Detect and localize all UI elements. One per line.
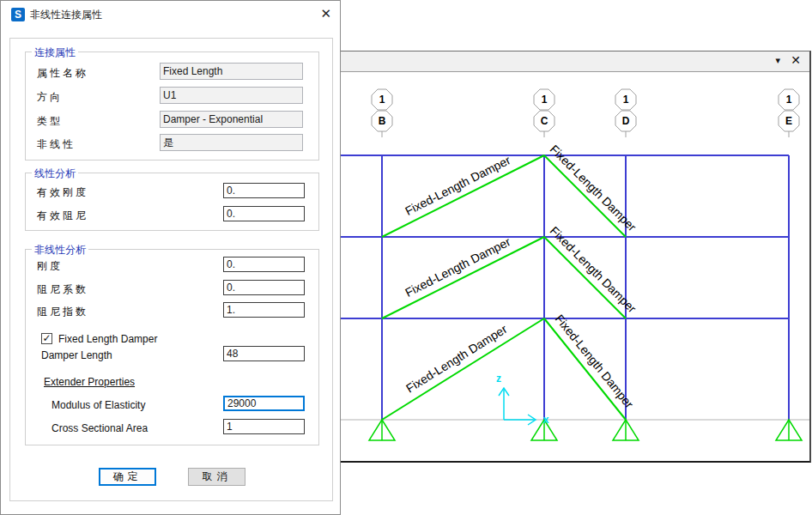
cross-sectional-area-label: Cross Sectional Area xyxy=(52,422,148,434)
damper-length-label: Damper Length xyxy=(41,349,112,361)
structural-model-drawing: Fixed-Length Damper Fixed-Length Damper … xyxy=(338,72,809,461)
direction-field[interactable] xyxy=(160,87,303,104)
model-window: ▾ ✕ xyxy=(337,51,811,463)
effective-stiffness-input[interactable] xyxy=(223,183,305,198)
direction-label: 方向 xyxy=(37,90,63,105)
model-window-titlebar[interactable]: ▾ ✕ xyxy=(338,52,809,72)
damping-exponent-label: 阻尼指数 xyxy=(37,305,88,319)
group-title: 非线性分析 xyxy=(32,243,88,258)
model-view-canvas[interactable]: Fixed-Length Damper Fixed-Length Damper … xyxy=(338,72,809,461)
grid-number-label: 1 xyxy=(379,94,385,106)
damper-label: Fixed-Length Damper xyxy=(553,312,637,411)
grid-number-label: 1 xyxy=(623,94,629,106)
damper-label: Fixed-Length Damper xyxy=(403,153,512,218)
application-background: ▾ ✕ xyxy=(0,0,812,515)
effective-damping-input[interactable] xyxy=(223,206,305,221)
grid-bubbles: 1 B 1 C 1 D 1 xyxy=(372,89,799,137)
damper-label: Fixed-Length Damper xyxy=(403,234,512,300)
nonlinear-field[interactable] xyxy=(160,134,303,151)
damper-label: Fixed-Length Damper xyxy=(403,322,510,395)
cross-sectional-area-input[interactable] xyxy=(223,419,305,434)
type-label: 类型 xyxy=(37,114,63,129)
grid-letter-label: C xyxy=(541,115,548,127)
modulus-of-elasticity-label: Modulus of Elasticity xyxy=(52,399,145,411)
grid-number-label: 1 xyxy=(786,94,792,106)
property-name-label: 属性名称 xyxy=(37,66,88,81)
grid-number-label: 1 xyxy=(542,94,548,106)
z-axis-label: z xyxy=(496,373,501,385)
damper-labels: Fixed-Length Damper Fixed-Length Damper … xyxy=(403,142,639,410)
x-axis-label: x xyxy=(543,414,549,426)
damping-exponent-input[interactable] xyxy=(223,302,305,318)
nonlinear-label: 非线性 xyxy=(37,137,76,152)
modulus-of-elasticity-input[interactable] xyxy=(223,396,305,411)
pin-support-icon xyxy=(613,420,639,440)
chevron-down-icon[interactable]: ▾ xyxy=(775,55,780,66)
fixed-length-damper-checkbox-label: Fixed Length Damper xyxy=(58,333,157,345)
group-title: 连接属性 xyxy=(32,45,78,60)
dialog-title: 非线性连接属性 xyxy=(30,8,102,22)
support-icons[interactable] xyxy=(369,420,802,440)
dialog-titlebar[interactable]: S 非线性连接属性 ✕ xyxy=(1,1,340,27)
sap2000-app-icon: S xyxy=(11,8,25,21)
stiffness-label: 刚度 xyxy=(37,259,63,274)
type-field[interactable] xyxy=(160,111,303,128)
grid-letter-label: B xyxy=(379,115,386,127)
grid-letter-label: D xyxy=(622,115,630,127)
dialog-close-icon[interactable]: ✕ xyxy=(320,6,331,21)
axis-indicator: z x xyxy=(496,373,549,426)
ok-button[interactable]: 确定 xyxy=(99,468,156,486)
fixed-length-damper-checkbox[interactable]: ✓ xyxy=(41,333,52,344)
checkmark-icon: ✓ xyxy=(42,332,51,344)
damper-length-input[interactable] xyxy=(223,346,305,361)
damping-coefficient-label: 阻尼系数 xyxy=(37,282,88,297)
extender-properties-heading: Extender Properties xyxy=(44,376,135,388)
effective-damping-label: 有效阻尼 xyxy=(37,209,88,223)
cancel-button[interactable]: 取消 xyxy=(188,468,245,486)
close-icon[interactable]: ✕ xyxy=(791,53,801,67)
property-name-field[interactable] xyxy=(160,63,303,80)
nonlinear-link-properties-dialog: S 非线性连接属性 ✕ 连接属性 属性名称 方向 类型 非线性 线性分析 有效刚… xyxy=(0,0,341,515)
damping-coefficient-input[interactable] xyxy=(223,280,305,295)
grid-letter-label: E xyxy=(785,115,792,127)
stiffness-input[interactable] xyxy=(223,257,305,272)
effective-stiffness-label: 有效刚度 xyxy=(37,185,88,200)
pin-support-icon xyxy=(776,420,802,440)
pin-support-icon xyxy=(369,420,395,440)
group-title: 线性分析 xyxy=(32,167,78,181)
